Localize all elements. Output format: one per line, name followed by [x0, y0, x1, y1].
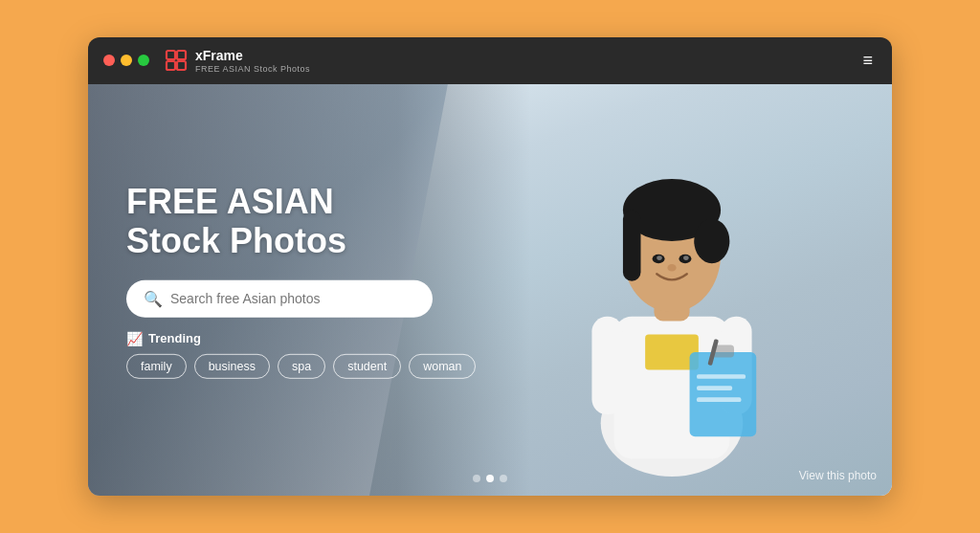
trending-tag[interactable]: student — [333, 354, 401, 379]
svg-rect-12 — [697, 386, 732, 390]
svg-rect-18 — [623, 210, 641, 280]
trending-tags: familybusinessspastudentwoman — [126, 354, 476, 379]
browser-chrome: xFrame FREE ASIAN Stock Photos ≡ — [88, 37, 892, 84]
hero-content: FREE ASIAN Stock Photos 🔍 📈 Trending fam… — [126, 182, 476, 379]
search-bar[interactable]: 🔍 — [126, 280, 433, 318]
hamburger-button[interactable]: ≡ — [858, 47, 877, 75]
logo-name: xFrame — [195, 48, 310, 64]
svg-rect-9 — [690, 352, 757, 436]
svg-rect-13 — [697, 397, 741, 402]
logo-text-area: xFrame FREE ASIAN Stock Photos — [195, 48, 310, 74]
svg-rect-11 — [697, 374, 746, 379]
svg-point-24 — [667, 264, 676, 271]
svg-point-19 — [694, 219, 729, 263]
browser-controls — [103, 55, 149, 66]
trending-icon: 📈 — [126, 331, 143, 346]
svg-point-23 — [683, 255, 689, 260]
svg-rect-3 — [177, 61, 186, 70]
browser-window: xFrame FREE ASIAN Stock Photos ≡ — [88, 37, 892, 496]
trending-tag[interactable]: business — [194, 354, 270, 379]
search-icon: 🔍 — [144, 290, 163, 308]
svg-rect-2 — [167, 61, 175, 70]
maximize-dot[interactable] — [138, 55, 149, 66]
trending-tag[interactable]: woman — [409, 354, 476, 379]
logo-subtitle: FREE ASIAN Stock Photos — [195, 64, 310, 74]
trending-area: 📈 Trending familybusinessspastudentwoman — [126, 331, 476, 379]
minimize-dot[interactable] — [121, 55, 132, 66]
trending-label: 📈 Trending — [126, 331, 476, 346]
svg-rect-1 — [177, 51, 186, 59]
trending-tag[interactable]: spa — [278, 354, 325, 379]
hero-section: FREE ASIAN Stock Photos 🔍 📈 Trending fam… — [88, 84, 892, 496]
carousel-dots — [473, 475, 507, 482]
logo-icon — [165, 49, 188, 72]
carousel-dot[interactable] — [500, 475, 507, 482]
trending-tag[interactable]: family — [126, 354, 187, 379]
carousel-dot[interactable] — [486, 475, 494, 482]
hero-title: FREE ASIAN Stock Photos — [126, 182, 476, 261]
svg-point-22 — [657, 255, 662, 260]
logo-area: xFrame FREE ASIAN Stock Photos — [165, 48, 310, 74]
svg-rect-7 — [591, 317, 623, 414]
carousel-dot[interactable] — [473, 475, 480, 482]
hero-person-image — [528, 103, 815, 477]
search-input[interactable] — [170, 291, 415, 306]
svg-rect-0 — [167, 51, 175, 59]
view-photo-button[interactable]: View this photo — [799, 469, 877, 482]
close-dot[interactable] — [103, 55, 115, 66]
